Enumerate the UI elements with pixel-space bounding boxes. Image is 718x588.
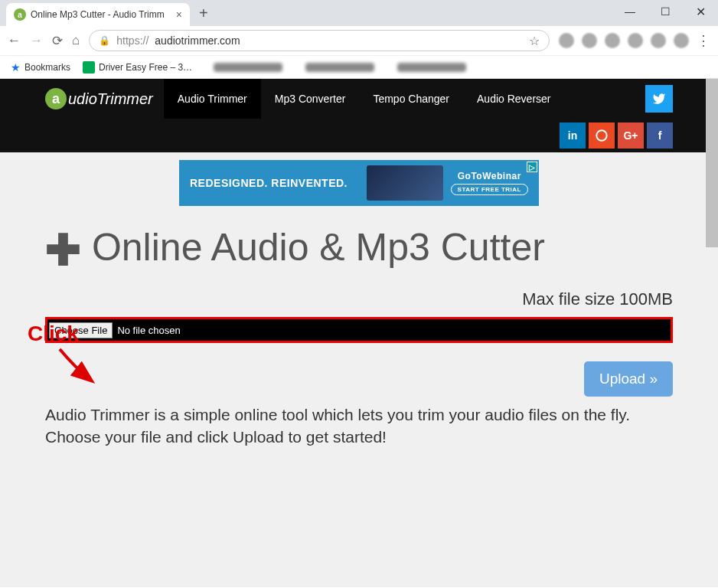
page-content: a udioTrimmer Audio Trimmer Mp3 Converte… [0, 79, 718, 587]
scrollbar-thumb[interactable] [706, 79, 718, 247]
file-status-label: No file chosen [117, 325, 180, 336]
ad-cta[interactable]: START FREE TRIAL [451, 184, 528, 195]
home-button[interactable]: ⌂ [72, 33, 80, 48]
googleplus-button[interactable]: G+ [618, 122, 644, 149]
ad-headline: REDESIGNED. REINVENTED. [190, 177, 348, 189]
toolbar-extensions: ⋮ [559, 32, 710, 49]
annotation-arrow-icon [54, 345, 107, 390]
tab-bar: a Online Mp3 Cutter - Audio Trimm × + [0, 0, 718, 26]
facebook-button[interactable]: f [647, 122, 673, 149]
browser-chrome: — ☐ ✕ a Online Mp3 Cutter - Audio Trimm … [0, 0, 718, 79]
browser-menu-icon[interactable]: ⋮ [697, 32, 710, 49]
ad-info-icon[interactable]: ▷ [527, 162, 537, 172]
stumbleupon-button[interactable] [589, 122, 615, 149]
file-input-widget: Choose File No file chosen [45, 317, 673, 343]
svg-point-0 [596, 130, 606, 140]
extension-icon[interactable] [674, 33, 689, 48]
bookmark-item[interactable]: Driver Easy Free – 3… [83, 61, 192, 74]
extension-icon[interactable] [605, 33, 620, 48]
reload-button[interactable]: ⟳ [52, 33, 63, 49]
tab-close-icon[interactable]: × [176, 8, 182, 21]
url-input[interactable]: 🔒 https://audiotrimmer.com ☆ [89, 30, 550, 51]
site-logo[interactable]: a udioTrimmer [45, 88, 153, 109]
forward-button[interactable]: → [30, 33, 43, 48]
annotation-click-label: Click [28, 322, 79, 346]
url-protocol: https:// [116, 34, 148, 47]
url-text: audiotrimmer.com [155, 34, 240, 47]
upload-button[interactable]: Upload » [584, 361, 673, 397]
twitter-icon [652, 92, 666, 106]
extension-icon[interactable] [582, 33, 597, 48]
ad-image [367, 165, 443, 201]
scrollbar-track[interactable] [706, 79, 718, 587]
bookmarks-bar: ★ Bookmarks Driver Easy Free – 3… [0, 55, 718, 78]
max-file-size-label: Max file size 100MB [45, 289, 673, 309]
main-column: REDESIGNED. REINVENTED. GoToWebinar STAR… [45, 160, 673, 479]
nav-audio-trimmer[interactable]: Audio Trimmer [164, 79, 261, 119]
minimize-button[interactable]: — [612, 0, 648, 23]
tab-title: Online Mp3 Cutter - Audio Trimm [31, 9, 165, 20]
bookmark-label: Driver Easy Free – 3… [99, 62, 192, 73]
ad-brand: GoToWebinar [451, 171, 528, 181]
maximize-button[interactable]: ☐ [648, 0, 683, 23]
close-window-button[interactable]: ✕ [683, 0, 718, 23]
logo-icon: a [45, 88, 67, 109]
address-bar: ← → ⟳ ⌂ 🔒 https://audiotrimmer.com ☆ ⋮ [0, 26, 718, 55]
bookmark-item[interactable]: ★ Bookmarks [11, 61, 70, 74]
nav-mp3-converter[interactable]: Mp3 Converter [261, 79, 360, 119]
bookmark-favicon-icon [83, 61, 95, 74]
new-tab-button[interactable]: + [190, 5, 217, 22]
browser-tab[interactable]: a Online Mp3 Cutter - Audio Trimm × [6, 3, 190, 26]
ad-banner[interactable]: REDESIGNED. REINVENTED. GoToWebinar STAR… [179, 160, 539, 206]
social-row: in G+ f [0, 119, 718, 152]
extension-icon[interactable] [559, 33, 574, 48]
window-controls: — ☐ ✕ [612, 0, 718, 23]
bookmark-star-icon[interactable]: ☆ [529, 34, 540, 48]
title-text: Online Audio & Mp3 Cutter [92, 226, 545, 269]
lock-icon: 🔒 [99, 35, 110, 46]
plus-icon: ✚ [45, 226, 81, 274]
description-text: Audio Trimmer is a simple online tool wh… [45, 404, 673, 448]
nav-audio-reverser[interactable]: Audio Reverser [463, 79, 565, 119]
linkedin-button[interactable]: in [560, 122, 586, 149]
extension-icon[interactable] [651, 33, 666, 48]
nav-tempo-changer[interactable]: Tempo Changer [359, 79, 463, 119]
extension-icon[interactable] [628, 33, 643, 48]
bookmark-label: Bookmarks [24, 62, 70, 73]
favicon-icon: a [14, 8, 26, 21]
star-icon: ★ [11, 61, 21, 74]
page-title: ✚ Online Audio & Mp3 Cutter [45, 224, 673, 276]
logo-text: udioTrimmer [68, 90, 153, 108]
page-viewport: a udioTrimmer Audio Trimmer Mp3 Converte… [0, 79, 718, 587]
bookmarks-blurred [214, 63, 466, 72]
stumbleupon-icon [596, 129, 608, 142]
site-top-nav: a udioTrimmer Audio Trimmer Mp3 Converte… [0, 79, 718, 119]
back-button[interactable]: ← [8, 33, 21, 48]
twitter-button[interactable] [645, 85, 673, 113]
